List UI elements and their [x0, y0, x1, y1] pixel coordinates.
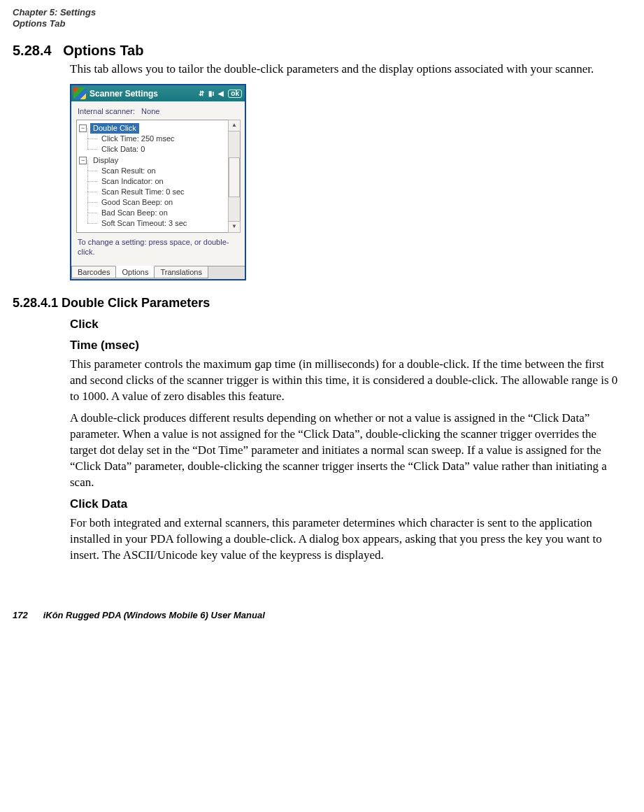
window-titlebar: Scanner Settings ⇵ ▮ı ◀ ok	[71, 85, 245, 101]
section-intro: This tab allows you to tailor the double…	[70, 62, 622, 78]
subsection-title: Double Click Parameters	[62, 296, 210, 310]
tree-item-click-data[interactable]: Click Data: 0	[79, 144, 227, 155]
scanner-settings-screenshot: Scanner Settings ⇵ ▮ı ◀ ok Internal scan…	[70, 84, 246, 280]
window-title: Scanner Settings	[90, 89, 158, 99]
volume-icon[interactable]: ◀	[218, 90, 224, 97]
tree-item-bad-scan-beep[interactable]: Bad Scan Beep: on	[79, 208, 227, 218]
scroll-up-button[interactable]: ▲	[228, 120, 241, 131]
subsection-number: 5.28.4.1	[13, 296, 58, 310]
signal-icon[interactable]: ▮ı	[208, 90, 215, 97]
tab-barcodes[interactable]: Barcodes	[71, 266, 116, 278]
start-icon[interactable]	[73, 87, 86, 99]
header-line-1: Chapter 5: Settings	[13, 7, 630, 18]
tree-node-label[interactable]: Display	[90, 155, 121, 166]
tree-item-scan-indicator[interactable]: Scan Indicator: on	[79, 176, 227, 187]
titlebar-status-icons: ⇵ ▮ı ◀ ok	[199, 90, 242, 98]
param-click-para-1: This parameter controls the maximum gap …	[70, 357, 622, 405]
running-footer: 172 iKôn Rugged PDA (Windows Mobile 6) U…	[0, 597, 644, 630]
param-click-block: Click Time (msec) This parameter control…	[70, 318, 622, 564]
internal-scanner-label: Internal scanner:	[78, 107, 135, 115]
tree-node-label[interactable]: Double Click	[90, 123, 139, 134]
tree-item-click-time[interactable]: Click Time: 250 msec	[79, 134, 227, 144]
tree-item-soft-scan-timeout[interactable]: Soft Scan Timeout: 3 sec	[79, 218, 227, 229]
tree-group-display[interactable]: − Display	[79, 155, 227, 166]
scroll-track[interactable]	[229, 131, 240, 222]
internal-scanner-value: None	[141, 107, 159, 115]
tree-item-good-scan-beep[interactable]: Good Scan Beep: on	[79, 197, 227, 208]
tree-group-double-click[interactable]: − Double Click	[79, 122, 227, 134]
options-tree: − Double Click Click Time: 250 msec Clic…	[76, 120, 241, 233]
collapse-toggle[interactable]: −	[79, 124, 87, 132]
subsection-heading: 5.28.4.1 Double Click Parameters	[13, 296, 630, 311]
param-label-click-data: Click Data	[70, 497, 622, 511]
tab-bar: Barcodes Options Translations	[71, 266, 245, 279]
tab-options[interactable]: Options	[115, 266, 155, 278]
section-title: Options Tab	[63, 43, 143, 58]
param-label-time: Time (msec)	[70, 339, 622, 352]
collapse-toggle[interactable]: −	[79, 157, 87, 164]
header-line-2: Options Tab	[13, 18, 630, 29]
tree-content: − Double Click Click Time: 250 msec Clic…	[77, 120, 228, 232]
param-click-para-2: A double-click produces different result…	[70, 411, 622, 491]
manual-title: iKôn Rugged PDA (Windows Mobile 6) User …	[43, 610, 265, 620]
page-content: 5.28.4 Options Tab This tab allows you t…	[0, 31, 644, 598]
vertical-scrollbar[interactable]: ▲ ▼	[228, 120, 240, 232]
window-body: Internal scanner: None − Double Click Cl…	[71, 101, 245, 266]
param-label-click: Click	[70, 318, 622, 332]
section-number: 5.28.4	[13, 43, 52, 58]
hint-text: To change a setting: press space, or dou…	[78, 238, 241, 257]
section-heading: 5.28.4 Options Tab	[13, 43, 630, 59]
scroll-thumb[interactable]	[229, 157, 240, 197]
ok-button[interactable]: ok	[228, 90, 242, 98]
internal-scanner-row: Internal scanner: None	[78, 107, 241, 115]
tab-translations[interactable]: Translations	[154, 266, 208, 278]
connectivity-icon[interactable]: ⇵	[199, 90, 204, 97]
page-number: 172	[13, 610, 41, 620]
tree-item-scan-result[interactable]: Scan Result: on	[79, 166, 227, 176]
tree-item-scan-result-time[interactable]: Scan Result Time: 0 sec	[79, 187, 227, 197]
running-header: Chapter 5: Settings Options Tab	[0, 0, 644, 31]
param-clickdata-para: For both integrated and external scanner…	[70, 515, 622, 564]
scroll-down-button[interactable]: ▼	[228, 221, 241, 233]
